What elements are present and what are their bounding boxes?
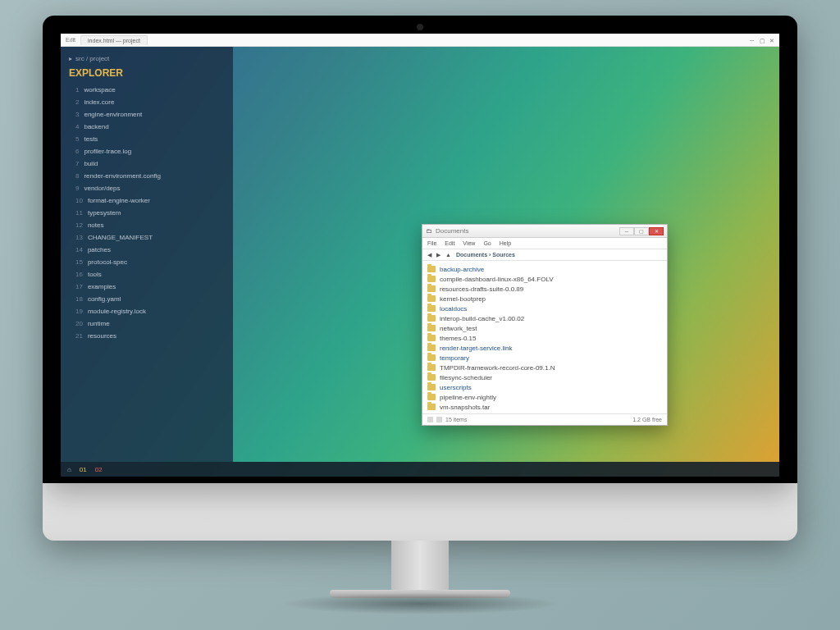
line-number: 11 [75, 209, 83, 217]
file-list-item[interactable]: vm-snapshots.tar [427, 402, 662, 412]
sidebar-item[interactable]: 18config.yaml [61, 293, 233, 305]
close-icon[interactable]: ✕ [769, 38, 774, 43]
monitor-shadow [281, 593, 559, 614]
sidebar-item[interactable]: 8render-environment.config [61, 170, 233, 182]
file-list-item[interactable]: interop-build-cache_v1.00.02 [427, 313, 662, 323]
sidebar-item-label: CHANGE_MANIFEST [88, 234, 153, 241]
sidebar-item[interactable]: 12notes [61, 219, 233, 231]
nav-up-button[interactable]: ▲ [445, 252, 451, 258]
close-button[interactable]: ✕ [649, 227, 664, 235]
folder-icon [427, 295, 436, 302]
sidebar-item[interactable]: 2index.core [61, 96, 233, 108]
file-list-item[interactable]: compile-dashboard-linux-x86_64.FOLV [427, 274, 662, 284]
line-number: 12 [75, 221, 83, 229]
file-list-item[interactable]: resources-drafts-suite-0.0.89 [427, 284, 662, 294]
sidebar-item[interactable]: 9vendor/deps [61, 182, 233, 194]
window-titlebar: Edit index.html — project ─ ▢ ✕ [61, 34, 779, 47]
line-number: 5 [75, 135, 79, 143]
file-list-item[interactable]: themes-0.15 [427, 333, 662, 343]
file-name: filesync-scheduler [440, 374, 492, 381]
folder-icon [427, 394, 436, 400]
line-number: 17 [75, 283, 83, 290]
line-number: 14 [75, 246, 83, 253]
sidebar-item[interactable]: 15protocol-spec [61, 256, 233, 268]
sidebar-item[interactable]: 20runtime [61, 317, 233, 330]
file-list-item[interactable]: filesync-scheduler [427, 372, 662, 382]
explorer-statusbar: 15 items 1.2 GB free [422, 413, 667, 425]
folder-icon [427, 315, 436, 322]
line-number: 9 [75, 185, 79, 192]
line-number: 10 [75, 197, 83, 204]
nav-back-button[interactable]: ◀ [427, 252, 431, 258]
file-list-item[interactable]: TMPDIR-framework-record-core-09.1.N [427, 363, 662, 372]
menu-file[interactable]: File [427, 240, 436, 246]
sidebar-item[interactable]: 7build [61, 158, 233, 170]
sidebar-item-label: index.core [84, 98, 114, 106]
maximize-button[interactable]: ▢ [634, 227, 649, 235]
sidebar-item[interactable]: 14patches [61, 244, 233, 256]
location-text: Documents › Sources [456, 252, 515, 258]
sidebar-item-label: tests [84, 135, 98, 143]
view-icons-button[interactable] [427, 417, 433, 422]
sidebar-item-label: format-engine-worker [88, 197, 150, 204]
sidebar-item-label: module-registry.lock [88, 308, 146, 315]
editor-sidebar: ▸ src / project EXPLORER 1workspace2inde… [61, 47, 233, 462]
file-list-item[interactable]: render-target-service.link [427, 343, 662, 353]
file-name: compile-dashboard-linux-x86_64.FOLV [440, 276, 554, 283]
sidebar-item[interactable]: 1workspace [61, 84, 233, 96]
taskbar-workspace-2[interactable]: 02 [95, 466, 103, 473]
file-name: kernel-bootprep [440, 295, 486, 303]
file-name: render-target-service.link [440, 345, 512, 352]
file-list-item[interactable]: network_test [427, 323, 662, 333]
sidebar-item-label: build [84, 160, 98, 167]
sidebar-item[interactable]: 16tools [61, 268, 233, 281]
file-name: vm-snapshots.tar [440, 404, 490, 411]
file-list-item[interactable]: backup-archive [427, 264, 662, 274]
minimize-button[interactable]: ─ [619, 227, 634, 235]
explorer-titlebar[interactable]: 🗀 Documents ─ ▢ ✕ [422, 225, 667, 238]
sidebar-item[interactable]: 21resources [61, 330, 233, 342]
sidebar-item[interactable]: 19module-registry.lock [61, 305, 233, 317]
file-explorer-window[interactable]: 🗀 Documents ─ ▢ ✕ File Edit View Go Help [422, 224, 668, 426]
menu-view[interactable]: View [463, 240, 475, 246]
active-tab[interactable]: index.html — project [80, 35, 148, 45]
sidebar-item[interactable]: 17examples [61, 281, 233, 293]
taskbar-workspace-1[interactable]: 01 [80, 466, 87, 473]
sidebar-item-label: engine-environment [84, 111, 142, 118]
line-number: 15 [75, 258, 83, 266]
file-list-item[interactable]: kernel-bootprep [427, 294, 662, 304]
sidebar-item-label: vendor/deps [84, 185, 120, 192]
file-list-item[interactable]: pipeline-env-nightly [427, 392, 662, 402]
nav-forward-button[interactable]: ▶ [436, 252, 441, 258]
sidebar-brand: EXPLORER [61, 64, 233, 84]
line-number: 7 [75, 160, 79, 167]
taskbar-home[interactable]: ⌂ [67, 466, 71, 473]
view-list-button[interactable] [436, 417, 442, 422]
file-name: pipeline-env-nightly [440, 394, 496, 401]
minimize-icon[interactable]: ─ [750, 38, 755, 43]
sidebar-item[interactable]: 5tests [61, 133, 233, 145]
sidebar-item-label: notes [88, 221, 104, 229]
menu-help[interactable]: Help [500, 240, 511, 246]
folder-icon [427, 325, 436, 331]
sidebar-item[interactable]: 4backend [61, 121, 233, 133]
sidebar-item-label: resources [88, 332, 116, 340]
folder-icon [427, 305, 436, 312]
sidebar-item[interactable]: 3engine-environment [61, 108, 233, 121]
line-number: 2 [75, 98, 79, 106]
file-list-item[interactable]: localdocs [427, 304, 662, 313]
sidebar-item[interactable]: 11typesystem [61, 207, 233, 219]
maximize-icon[interactable]: ▢ [760, 38, 765, 43]
sidebar-item[interactable]: 13CHANGE_MANIFEST [61, 231, 233, 244]
line-number: 21 [75, 332, 83, 340]
folder-icon [427, 345, 436, 351]
explorer-file-list[interactable]: backup-archivecompile-dashboard-linux-x8… [422, 261, 667, 413]
sidebar-item[interactable]: 10format-engine-worker [61, 194, 233, 207]
file-list-item[interactable]: temporary [427, 353, 662, 363]
menu-edit[interactable]: Edit [445, 240, 454, 246]
menu-go[interactable]: Go [483, 240, 491, 246]
sidebar-item[interactable]: 6profiler-trace.log [61, 145, 233, 158]
file-list-item[interactable]: userscripts [427, 382, 662, 392]
folder-icon [427, 276, 436, 282]
sidebar-breadcrumb: ▸ src / project [61, 52, 233, 64]
